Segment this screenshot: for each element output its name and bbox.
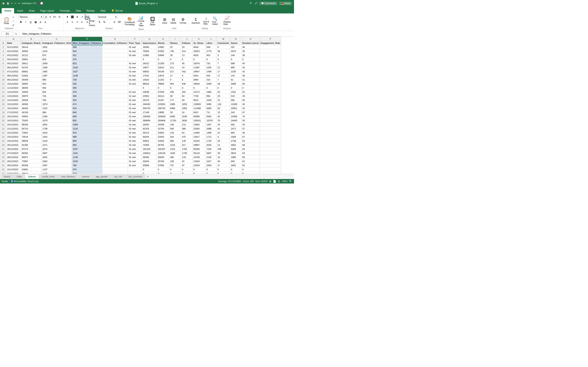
cell-d33[interactable]: 619: [72, 171, 102, 174]
row-number[interactable]: 14: [0, 94, 6, 98]
cell[interactable]: 78856: [157, 82, 169, 86]
cell[interactable]: [260, 131, 281, 135]
cell[interactable]: 42: [242, 69, 260, 74]
cell[interactable]: 15466: [230, 114, 242, 118]
cell[interactable]: 3964: [192, 78, 206, 82]
cell[interactable]: [102, 106, 128, 110]
cell[interactable]: 42: [217, 127, 230, 131]
cell[interactable]: 0: [181, 86, 192, 90]
cell[interactable]: [102, 49, 128, 53]
cell[interactable]: Engagement_Rate: [260, 41, 281, 45]
cell[interactable]: 83: [242, 147, 260, 151]
cell[interactable]: IG reel: [128, 78, 142, 82]
cell[interactable]: 139: [181, 139, 192, 143]
cell[interactable]: [102, 61, 128, 66]
cell[interactable]: 11387: [192, 66, 206, 69]
cell[interactable]: IG reel: [128, 66, 142, 69]
cell[interactable]: [102, 155, 128, 159]
cell-d18[interactable]: 640: [72, 110, 102, 114]
cell[interactable]: 49355: [21, 102, 42, 106]
cell[interactable]: 31/12/2022: [6, 167, 21, 171]
cell[interactable]: 32650: [21, 90, 42, 94]
cell[interactable]: [260, 57, 281, 61]
cell[interactable]: 95260: [192, 147, 206, 151]
cell[interactable]: 359466: [157, 118, 169, 123]
sheet-tab-subset[interactable]: Subset: [25, 175, 39, 179]
cell[interactable]: 0: [230, 86, 242, 90]
cell[interactable]: IG reel: [128, 139, 142, 143]
cell[interactable]: [260, 49, 281, 53]
cell[interactable]: 595: [169, 127, 181, 131]
cell[interactable]: Cumulative_Followers: [102, 41, 128, 45]
cell[interactable]: 22953: [142, 94, 157, 98]
cell[interactable]: 12928: [230, 102, 242, 106]
search-title-icon[interactable]: 🔍: [250, 2, 252, 5]
cell[interactable]: 29897: [192, 143, 206, 147]
row-number[interactable]: 9: [0, 74, 6, 78]
cell[interactable]: 9912: [192, 98, 206, 102]
cell-d12[interactable]: 394: [72, 86, 102, 90]
sort-filter-button[interactable]: ↕ Sort &Filter: [202, 16, 210, 26]
cell[interactable]: IG reel: [128, 118, 142, 123]
cell[interactable]: 5815: [192, 74, 206, 78]
text-direction-button[interactable]: ↗: [80, 15, 84, 19]
row-number[interactable]: 13: [0, 90, 6, 94]
cell[interactable]: 01/12/2022: [6, 45, 21, 49]
cell[interactable]: 3253: [181, 102, 192, 106]
cell[interactable]: 985: [42, 78, 72, 82]
tab-data[interactable]: Data: [73, 8, 84, 13]
cell[interactable]: 17541: [142, 74, 157, 78]
cell[interactable]: 113: [181, 123, 192, 127]
cell[interactable]: 264: [169, 135, 181, 139]
cell[interactable]: 63: [242, 151, 260, 155]
cell[interactable]: 30/12/2022: [6, 163, 21, 167]
cell[interactable]: 50: [217, 106, 230, 110]
cell[interactable]: IG reel: [128, 110, 142, 114]
cell[interactable]: [260, 147, 281, 151]
cell[interactable]: 6: [181, 78, 192, 82]
cell[interactable]: 03/12/2022: [6, 53, 21, 57]
undo-icon[interactable]: ↩: [11, 2, 13, 5]
cell[interactable]: [102, 78, 128, 82]
cell[interactable]: [102, 143, 128, 147]
cell[interactable]: 89286: [192, 114, 206, 118]
cell[interactable]: [260, 139, 281, 143]
cell[interactable]: 480: [169, 155, 181, 159]
cell[interactable]: 27/12/2022: [6, 151, 21, 155]
cell[interactable]: 18/12/2022: [6, 114, 21, 118]
cell[interactable]: 883: [230, 66, 242, 69]
cell[interactable]: [102, 114, 128, 118]
cell[interactable]: [102, 151, 128, 155]
cell-styles-button[interactable]: 🔲 Cell Styles: [147, 16, 158, 26]
cell[interactable]: 0: [169, 171, 181, 174]
paste-button[interactable]: 📋 Paste: [2, 16, 10, 25]
cell-d8[interactable]: 1427: [72, 69, 102, 74]
cell[interactable]: [260, 45, 281, 49]
cell[interactable]: 109: [217, 147, 230, 151]
cell[interactable]: 2145: [206, 155, 217, 159]
cell[interactable]: 191103: [142, 147, 157, 151]
cell[interactable]: [260, 159, 281, 163]
cell[interactable]: 24512: [142, 61, 157, 66]
cell[interactable]: 319: [206, 78, 217, 82]
cell[interactable]: 24820: [157, 131, 169, 135]
cell[interactable]: 21: [217, 143, 230, 147]
cell[interactable]: 10/12/2022: [6, 82, 21, 86]
cell[interactable]: 25: [217, 123, 230, 127]
cell[interactable]: 20: [217, 139, 230, 143]
cell-d2[interactable]: 568: [72, 45, 102, 49]
cell[interactable]: 5456: [230, 147, 242, 151]
cell[interactable]: 304733: [142, 106, 157, 110]
cell[interactable]: 380: [181, 127, 192, 131]
more-icon[interactable]: •••: [18, 2, 20, 4]
cell[interactable]: 67: [242, 110, 260, 114]
cell[interactable]: 20114: [157, 94, 169, 98]
cell[interactable]: 75594: [142, 49, 157, 53]
tab-draw[interactable]: Draw: [26, 8, 37, 13]
cell[interactable]: 2235: [230, 69, 242, 74]
cell[interactable]: 23/12/2022: [6, 135, 21, 139]
cell[interactable]: 1874: [42, 147, 72, 151]
cell[interactable]: 09/12/2022: [6, 78, 21, 82]
cell[interactable]: 18340: [142, 45, 157, 49]
cell[interactable]: 954: [169, 82, 181, 86]
